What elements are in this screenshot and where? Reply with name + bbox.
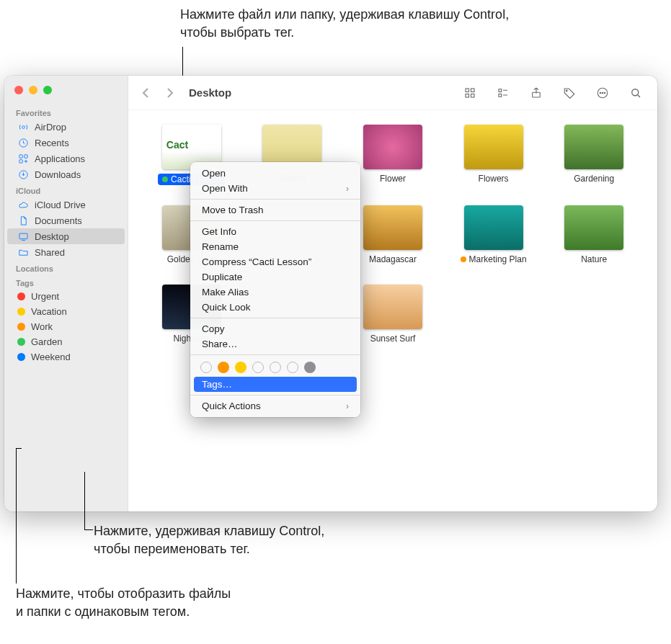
svg-rect-12 [499, 94, 502, 97]
document-icon [17, 215, 29, 226]
tag-dot-icon [17, 308, 25, 316]
tag-label: Weekend [31, 352, 71, 362]
menu-share[interactable]: Share… [190, 336, 360, 352]
more-button[interactable] [590, 84, 616, 102]
sidebar-item-shared[interactable]: Shared [7, 244, 125, 260]
menu-get-info[interactable]: Get Info [190, 224, 360, 239]
separator [190, 199, 360, 200]
tag-dot-icon [17, 323, 25, 331]
sidebar-tag-garden[interactable]: Garden [7, 334, 125, 349]
file-item[interactable]: Flower [351, 125, 435, 185]
applications-icon [17, 153, 29, 164]
thumbnail [564, 125, 623, 169]
thumbnail [564, 205, 623, 250]
file-label: Marketing Plan [461, 254, 527, 264]
svg-rect-7 [466, 89, 469, 92]
tag-swatch-none[interactable] [200, 362, 212, 373]
context-menu: Open Open With› Move to Trash Get Info R… [190, 162, 360, 417]
svg-point-18 [604, 92, 605, 94]
file-label: Gardening [574, 174, 614, 184]
menu-quick-look[interactable]: Quick Look [190, 300, 360, 315]
tag-label: Garden [31, 336, 62, 347]
menu-tags[interactable]: Tags… [194, 377, 357, 392]
thumbnail [464, 205, 523, 250]
menu-duplicate[interactable]: Duplicate [190, 269, 360, 285]
search-button[interactable] [623, 84, 649, 102]
chevron-right-icon: › [346, 184, 349, 194]
sidebar-tag-work[interactable]: Work [7, 319, 125, 334]
menu-quick-actions[interactable]: Quick Actions› [190, 398, 360, 413]
sidebar-label: Applications [35, 153, 85, 164]
tag-swatch-gray[interactable] [304, 362, 316, 373]
airdrop-icon [17, 121, 29, 133]
forward-button[interactable] [161, 84, 179, 102]
sidebar-tag-vacation[interactable]: Vacation [7, 304, 125, 319]
svg-point-19 [632, 89, 639, 95]
callout-text: и папки с одинаковым тегом. [16, 604, 190, 619]
tag-swatch-orange[interactable] [218, 362, 229, 373]
tag-swatch[interactable] [270, 362, 281, 373]
svg-point-14 [566, 90, 567, 91]
sidebar-item-icloud-drive[interactable]: iCloud Drive [7, 197, 125, 213]
callout-line [16, 448, 17, 583]
svg-rect-6 [19, 233, 27, 239]
svg-point-16 [600, 92, 601, 94]
callout-line [84, 472, 85, 529]
file-item[interactable]: Marketing Plan [452, 205, 536, 264]
thumbnail [363, 125, 422, 169]
file-label: Sunset Surf [370, 334, 416, 344]
sidebar-tag-weekend[interactable]: Weekend [7, 349, 125, 365]
menu-copy[interactable]: Copy [190, 321, 360, 336]
file-item[interactable]: Flowers [452, 125, 536, 185]
close-icon[interactable] [14, 86, 23, 94]
finder-window: Favorites AirDrop Recents Applications D… [4, 76, 657, 511]
sidebar-label: Desktop [35, 231, 69, 242]
menu-tag-row [190, 358, 360, 377]
sidebar-item-downloads[interactable]: Downloads [7, 166, 125, 182]
minimize-icon[interactable] [29, 86, 37, 94]
file-item[interactable]: Gardening [552, 125, 636, 185]
window-controls [4, 83, 128, 104]
tag-swatch[interactable] [287, 362, 298, 373]
sidebar-item-desktop[interactable]: Desktop [7, 228, 125, 244]
tag-button[interactable] [556, 84, 582, 102]
share-button[interactable] [523, 84, 549, 102]
back-button[interactable] [137, 84, 154, 102]
menu-open-with[interactable]: Open With› [190, 181, 360, 196]
clock-icon [17, 137, 29, 148]
sidebar: Favorites AirDrop Recents Applications D… [4, 76, 128, 511]
cloud-icon [17, 199, 29, 210]
desktop-icon [17, 231, 29, 242]
tag-label: Urgent [31, 291, 59, 302]
menu-trash[interactable]: Move to Trash [190, 202, 360, 218]
sidebar-label: Shared [35, 247, 65, 258]
callout-line [16, 448, 22, 449]
sidebar-heading-favorites: Favorites [4, 104, 128, 119]
sidebar-item-documents[interactable]: Documents [7, 213, 125, 228]
menu-rename[interactable]: Rename [190, 239, 360, 254]
sidebar-label: iCloud Drive [35, 200, 86, 210]
tag-swatch[interactable] [252, 362, 264, 373]
sidebar-item-recents[interactable]: Recents [7, 135, 125, 151]
sidebar-tag-urgent[interactable]: Urgent [7, 289, 125, 304]
menu-compress[interactable]: Compress “Cacti Lesson” [190, 254, 360, 269]
file-label: Madagascar [369, 254, 417, 264]
svg-point-0 [22, 125, 25, 128]
menu-make-alias[interactable]: Make Alias [190, 285, 360, 300]
file-item[interactable]: Sunset Surf [351, 285, 435, 344]
file-item[interactable]: Nature [552, 205, 636, 264]
group-button[interactable] [490, 84, 516, 102]
svg-rect-8 [471, 89, 475, 92]
tag-swatch-yellow[interactable] [235, 362, 246, 373]
callout-bottom: Нажмите, чтобы отобразить файлы и папки … [16, 585, 231, 621]
view-button[interactable] [457, 84, 483, 102]
svg-rect-2 [19, 154, 22, 157]
sidebar-item-applications[interactable]: Applications [7, 151, 125, 166]
sidebar-item-airdrop[interactable]: AirDrop [7, 119, 125, 135]
zoom-icon[interactable] [43, 86, 52, 94]
menu-open[interactable]: Open [190, 166, 360, 181]
file-item[interactable]: Madagascar [351, 205, 435, 264]
callout-mid: Нажмите, удерживая клавишу Control, чтоб… [94, 522, 324, 558]
folder-icon [17, 246, 29, 258]
sidebar-label: Documents [35, 215, 82, 226]
